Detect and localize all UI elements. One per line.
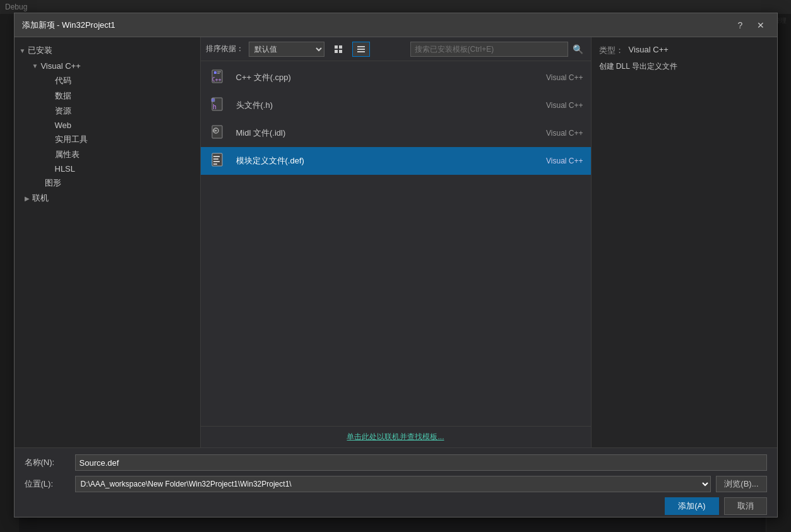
svg-rect-2 (335, 50, 338, 53)
svg-rect-4 (357, 46, 365, 47)
tree-item-graphics[interactable]: 图形 (27, 175, 200, 191)
dialog-footer: 名称(N): 位置(L): D:\AAA_workspace\New Folde… (15, 447, 777, 517)
name-row: 名称(N): (25, 454, 767, 471)
location-row: 位置(L): D:\AAA_workspace\New Folder\Win32… (25, 476, 767, 492)
list-icon (357, 45, 366, 54)
tree-item-data[interactable]: 数据 (27, 88, 200, 103)
name-input[interactable] (75, 454, 767, 471)
svg-point-18 (215, 130, 217, 132)
file-list: C++ C++ 文件(.cpp) Visual C++ (201, 61, 591, 426)
tree-item-code[interactable]: 代码 (27, 73, 200, 88)
sort-select[interactable]: 默认值名称类型最近使用 (249, 42, 324, 57)
svg-rect-8 (214, 71, 217, 74)
tree-item-hlsl[interactable]: HLSL (27, 162, 200, 175)
tree-item-utility[interactable]: 实用工具 (27, 132, 200, 147)
visual-cpp-arrow: ▼ (32, 62, 39, 69)
idl-icon-svg (210, 124, 227, 142)
type-value: Visual C++ (629, 45, 669, 56)
idl-file-info: Midl 文件(.idl) (236, 127, 534, 139)
idl-file-name: Midl 文件(.idl) (236, 127, 534, 139)
add-button[interactable]: 添加(A) (665, 497, 718, 515)
h-file-category: Visual C++ (533, 101, 583, 110)
name-label: 名称(N): (25, 457, 75, 468)
tree-item-web[interactable]: Web (27, 119, 200, 132)
left-panel: ▼ 已安装 ▼ Visual C++ 代码 数据 资源 Web 实用工具 属性表 (15, 37, 201, 447)
right-panel: 类型： Visual C++ 创建 DLL 导出定义文件 (591, 37, 777, 447)
location-label: 位置(L): (25, 478, 75, 490)
visual-cpp-section: ▼ Visual C++ 代码 数据 资源 Web 实用工具 属性表 HLSL … (15, 59, 200, 191)
search-box: 🔍 (375, 42, 586, 57)
location-select[interactable]: D:\AAA_workspace\New Folder\Win32Project… (75, 476, 711, 492)
svg-text:h: h (213, 103, 217, 110)
def-file-name: 模块定义文件(.def) (236, 155, 534, 167)
tree-item-resource[interactable]: 资源 (27, 103, 200, 119)
grid-view-button[interactable] (330, 42, 347, 57)
h-file-icon: h (208, 95, 229, 115)
file-item-def[interactable]: 模块定义文件(.def) Visual C++ (201, 147, 591, 175)
info-description: 创建 DLL 导出定义文件 (599, 61, 770, 72)
cpp-file-icon: C++ (208, 68, 229, 88)
sort-label: 排序依据： (206, 44, 244, 54)
tree-item-online[interactable]: ▶ 联机 (15, 191, 200, 206)
titlebar-buttons: ? ✕ (732, 18, 770, 33)
file-item-cpp[interactable]: C++ C++ 文件(.cpp) Visual C++ (201, 64, 591, 92)
svg-rect-6 (357, 51, 365, 52)
type-info-row: 类型： Visual C++ (599, 45, 770, 56)
installed-header[interactable]: ▼ 已安装 (15, 42, 200, 59)
visual-cpp-header[interactable]: ▼ Visual C++ (27, 59, 200, 73)
def-file-category: Visual C++ (533, 157, 583, 165)
help-button[interactable]: ? (732, 18, 749, 33)
svg-rect-10 (217, 73, 220, 74)
find-online-link[interactable]: 单击此处以联机并查找模板... (347, 432, 444, 441)
add-new-item-dialog: 添加新项 - Win32Project1 ? ✕ ▼ 已安装 ▼ Visual … (14, 13, 778, 517)
type-label: 类型： (599, 45, 624, 56)
list-toolbar: 排序依据： 默认值名称类型最近使用 (201, 37, 591, 61)
dialog-title: 添加新项 - Win32Project1 (22, 20, 732, 31)
installed-arrow: ▼ (20, 47, 26, 54)
svg-rect-3 (339, 50, 342, 53)
grid-icon (334, 45, 343, 54)
tree-item-property[interactable]: 属性表 (27, 147, 200, 162)
svg-rect-14 (211, 98, 215, 102)
def-file-icon (208, 151, 229, 171)
cpp-file-category: Visual C++ (533, 73, 583, 82)
dialog-overlay: 添加新项 - Win32Project1 ? ✕ ▼ 已安装 ▼ Visual … (0, 0, 791, 532)
installed-label: 已安装 (28, 45, 52, 56)
cpp-file-info: C++ 文件(.cpp) (236, 72, 534, 83)
link-area: 单击此处以联机并查找模板... (201, 426, 591, 447)
svg-rect-5 (357, 49, 365, 50)
svg-rect-21 (213, 156, 220, 157)
visual-cpp-children: 代码 数据 资源 Web 实用工具 属性表 HLSL (27, 73, 200, 175)
def-icon-svg (210, 152, 227, 170)
svg-rect-24 (213, 163, 217, 165)
svg-rect-1 (339, 45, 342, 49)
cpp-file-name: C++ 文件(.cpp) (236, 72, 534, 83)
dialog-body: ▼ 已安装 ▼ Visual C++ 代码 数据 资源 Web 实用工具 属性表 (15, 37, 777, 447)
def-file-info: 模块定义文件(.def) (236, 155, 534, 167)
idl-file-icon (208, 123, 229, 143)
h-file-name: 头文件(.h) (236, 100, 534, 111)
online-arrow: ▶ (25, 195, 30, 202)
svg-rect-22 (213, 158, 218, 160)
visual-cpp-label: Visual C++ (40, 61, 80, 71)
file-item-idl[interactable]: Midl 文件(.idl) Visual C++ (201, 119, 591, 147)
h-icon-svg: h (210, 97, 227, 114)
svg-rect-9 (217, 71, 221, 73)
search-input[interactable] (410, 42, 568, 57)
h-file-info: 头文件(.h) (236, 100, 534, 111)
dialog-titlebar: 添加新项 - Win32Project1 ? ✕ (15, 13, 777, 37)
idl-file-category: Visual C++ (533, 129, 583, 138)
close-button[interactable]: ✕ (752, 18, 770, 33)
file-item-h[interactable]: h 头文件(.h) Visual C++ (201, 92, 591, 119)
svg-rect-23 (213, 161, 220, 162)
search-button[interactable]: 🔍 (571, 42, 586, 57)
svg-rect-0 (335, 45, 338, 49)
svg-text:C++: C++ (212, 77, 222, 83)
form-actions: 添加(A) 取消 (25, 497, 767, 515)
middle-panel: 排序依据： 默认值名称类型最近使用 (201, 37, 591, 447)
browse-button[interactable]: 浏览(B)... (716, 476, 766, 492)
online-label: 联机 (32, 192, 49, 204)
cancel-button[interactable]: 取消 (724, 497, 767, 515)
cpp-icon-svg: C++ (210, 69, 227, 86)
list-view-button[interactable] (352, 42, 370, 57)
